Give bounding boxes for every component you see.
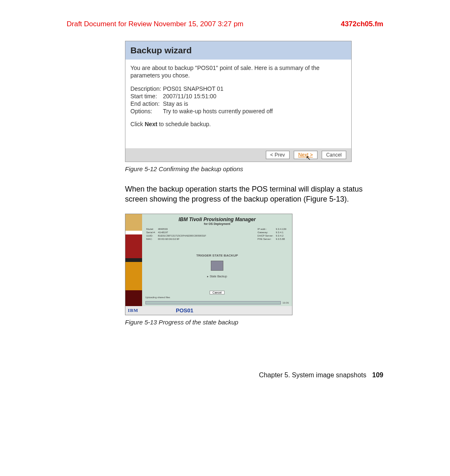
wizard-click-bold: Next [145, 121, 157, 127]
tpm-status-text: Uploading shared files [145, 296, 289, 299]
figure-5-12-caption: Figure 5-12 Confirming the backup option… [125, 165, 352, 172]
table-row: Options:Try to wake-up hosts currently p… [130, 107, 275, 115]
backup-wizard-dialog: Backup wizard You are about to backup "P… [125, 41, 352, 162]
tpm-info-row: Model:4840533 Serial #:41H8197 UUID:81E0… [145, 227, 289, 241]
tpm-title: IBM Tivoli Provisioning Manager [145, 217, 289, 222]
tpm-cancel-row: Cancel [145, 278, 289, 296]
param-value: POS01 SNAPSHOT 01 [163, 85, 275, 92]
tpm-backup-item: ▸ State Backup [145, 275, 289, 278]
pos-label: POS01 [176, 307, 193, 314]
param-label: Description: [130, 85, 163, 92]
figure-5-13-caption: Figure 5-13 Progress of the state backup [125, 319, 383, 326]
page-header: Draft Document for Review November 15, 2… [67, 20, 383, 28]
tpm-value: 41H8197 [158, 231, 208, 234]
param-value: Stay as is [163, 100, 275, 107]
draft-notice: Draft Document for Review November 15, 2… [67, 20, 243, 28]
tpm-value: 81E01C587131715C0F4AE000C0050031F [158, 234, 208, 237]
tpm-label: MAC: [146, 238, 157, 240]
tpm-label: IP addr.: [258, 228, 275, 230]
filename-label: 4372ch05.fm [341, 20, 383, 28]
param-label: End action: [130, 100, 163, 107]
prev-button[interactable]: < Prev [266, 151, 290, 159]
wizard-footer: < Prev Next > ↖ Cancel [125, 148, 351, 162]
tpm-subtitle: for OS Deployment [145, 222, 289, 225]
tpm-monitor-icon: ▸ State Backup [145, 261, 289, 278]
figure-5-12: Backup wizard You are about to backup "P… [125, 41, 352, 172]
tpm-progress-row: 16:06 [145, 301, 289, 304]
wizard-body: You are about to backup "POS01" point of… [125, 60, 351, 148]
wizard-click-suffix: to schedule backup. [158, 121, 211, 127]
body-paragraph: When the backup operation starts the POS… [125, 184, 383, 204]
monitor-icon [211, 261, 223, 271]
tpm-label: DHCP Server: [258, 234, 275, 237]
tpm-value: 9.3.4.1 [276, 231, 288, 234]
wizard-parameters-table: Description:POS01 SNAPSHOT 01 Start time… [130, 85, 275, 115]
tpm-value: 00:0D:60:D6:D2:9F [158, 238, 208, 240]
document-page: Draft Document for Review November 15, 2… [0, 0, 450, 399]
figure-5-13: IBM Tivoli Provisioning Manager for OS D… [125, 214, 292, 315]
wizard-title: Backup wizard [125, 41, 351, 60]
tpm-label: Serial #: [146, 231, 157, 234]
tpm-value: 4840533 [158, 228, 208, 230]
tpm-label: Model: [146, 228, 157, 230]
tpm-footer: IBM POS01 [125, 306, 292, 315]
tpm-info-left: Model:4840533 Serial #:41H8197 UUID:81E0… [145, 227, 209, 241]
tpm-value: 9.3.4.139 [276, 228, 288, 230]
tpm-progress-bar [145, 301, 281, 304]
tpm-time: 16:06 [282, 302, 289, 304]
tpm-value: 9.3.4.2 [276, 234, 288, 237]
chapter-label: Chapter 5. System image snapshots [259, 371, 366, 379]
param-value: 2007/11/10 15:51:00 [163, 92, 275, 100]
table-row: End action:Stay as is [130, 100, 275, 107]
wizard-intro-text: You are about to backup "POS01" point of… [130, 65, 346, 79]
ibm-logo: IBM [128, 308, 138, 313]
next-button[interactable]: Next > ↖ [294, 151, 318, 159]
tpm-cancel-button[interactable]: Cancel [210, 291, 225, 294]
wizard-click-instruction: Click Next to schedule backup. [130, 121, 346, 127]
tpm-info-right: IP addr.:9.3.4.139 Gateway:9.3.4.1 DHCP … [257, 227, 289, 241]
page-footer: Chapter 5. System image snapshots 109 [67, 371, 383, 379]
tpm-center-heading: TRIGGER STATE BACKUP [145, 254, 289, 257]
param-label: Options: [130, 107, 163, 115]
cancel-button[interactable]: Cancel [322, 151, 346, 159]
tpm-label: Gateway: [258, 231, 275, 234]
tpm-label: PXE Server: [258, 238, 275, 240]
tpm-label: UUID: [146, 234, 157, 237]
param-label: Start time: [130, 92, 163, 100]
page-number: 109 [372, 371, 383, 379]
wizard-click-prefix: Click [130, 121, 145, 127]
table-row: Description:POS01 SNAPSHOT 01 [130, 85, 275, 92]
tpm-value: 9.3.5.88 [276, 238, 288, 240]
cursor-icon: ↖ [306, 155, 311, 161]
table-row: Start time:2007/11/10 15:51:00 [130, 92, 275, 100]
tpm-main-panel: IBM Tivoli Provisioning Manager for OS D… [142, 214, 292, 306]
param-value: Try to wake-up hosts currently powered o… [163, 107, 275, 115]
tpm-screen: IBM Tivoli Provisioning Manager for OS D… [125, 214, 292, 306]
tpm-sidebar-graphic [125, 214, 142, 306]
